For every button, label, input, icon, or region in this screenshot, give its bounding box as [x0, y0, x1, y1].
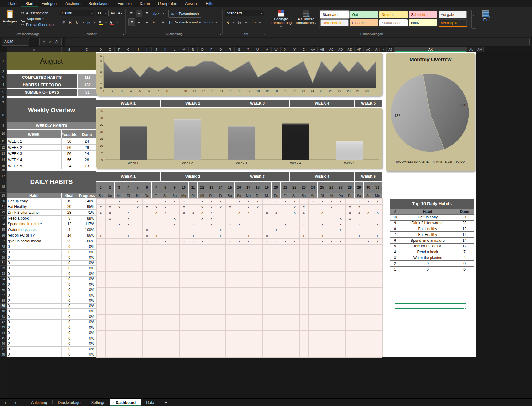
habit-name-cell[interactable]: Read a book	[7, 216, 62, 221]
habit-goal-cell[interactable]: 0	[62, 352, 77, 357]
row-header-4[interactable]: 4	[0, 81, 7, 89]
fill-handle[interactable]	[464, 307, 467, 310]
habit-name-cell[interactable]: 0	[7, 314, 62, 320]
habit-goal-cell[interactable]: 14	[62, 233, 77, 239]
row-header-34[interactable]: 34	[0, 277, 7, 282]
menu-item-formeln[interactable]: Formeln	[113, 0, 136, 7]
habit-mark-cell[interactable]: x	[96, 238, 105, 244]
habit-mark-cell[interactable]: x	[318, 238, 327, 244]
column-header-c[interactable]: C	[77, 47, 96, 52]
font-size-select[interactable]: 11▾	[96, 10, 109, 16]
habit-name-cell[interactable]: 0	[7, 341, 62, 347]
column-header-al[interactable]: AL	[467, 47, 476, 52]
habit-mark-cell[interactable]: x	[355, 198, 364, 204]
cell-style-neutral[interactable]: Neutral	[379, 11, 408, 18]
menu-item-datei[interactable]: Datei	[4, 0, 21, 7]
habit-mark-cell[interactable]: x	[179, 204, 189, 210]
weekly-row-done[interactable]: 24	[77, 138, 96, 145]
habit-mark-cell[interactable]: x	[225, 204, 235, 210]
habit-mark-cell[interactable]: x	[216, 198, 225, 204]
habit-mark-cell[interactable]: x	[272, 227, 281, 233]
active-cell-selection[interactable]	[395, 303, 466, 309]
habit-progress-cell[interactable]: 0%	[77, 341, 96, 347]
habit-mark-cell[interactable]: x	[336, 221, 345, 227]
top10-habit-cell[interactable]: Spend time in nature	[400, 237, 455, 243]
habit-goal-cell[interactable]: 0	[62, 277, 77, 282]
formula-input[interactable]	[65, 38, 530, 46]
habit-mark-cell[interactable]: x	[281, 221, 290, 227]
borders-button[interactable]: ⊞	[86, 19, 92, 26]
top10-habit-cell[interactable]: Eat Healthy	[400, 226, 455, 232]
habit-name-cell[interactable]: Spend time in nature	[7, 221, 62, 227]
weekly-row-done[interactable]: 24	[77, 151, 96, 157]
habit-mark-cell[interactable]: x	[364, 198, 373, 204]
align-right-icon[interactable]: ≡	[144, 18, 150, 25]
cancel-icon[interactable]: ×	[43, 40, 45, 44]
top10-rank-cell[interactable]: 7	[390, 232, 400, 237]
habit-mark-cell[interactable]: x	[161, 238, 170, 244]
habit-mark-cell[interactable]: x	[364, 210, 373, 216]
weekly-row-possible[interactable]: 56	[62, 145, 77, 151]
sheet-tab-settings[interactable]: Settings	[86, 399, 110, 406]
merge-center-button[interactable]: ⇔Verbinden und zentrieren▾	[168, 19, 219, 26]
habit-progress-cell[interactable]: 0%	[77, 347, 96, 352]
row-header-35[interactable]: 35	[0, 282, 7, 288]
habit-goal-cell[interactable]: 0	[62, 347, 77, 352]
weekly-row-label[interactable]: WEEK 1	[7, 138, 62, 145]
habit-mark-cell[interactable]: x	[152, 204, 161, 210]
currency-icon[interactable]: €	[225, 19, 231, 26]
top10-habit-cell[interactable]: 0	[400, 261, 455, 266]
column-header-x[interactable]: X	[281, 47, 290, 52]
habit-mark-cell[interactable]: x	[244, 210, 253, 216]
habit-mark-cell[interactable]: x	[216, 204, 225, 210]
habit-mark-cell[interactable]: x	[327, 198, 336, 204]
habit-goal-cell[interactable]: 15	[62, 198, 77, 204]
row-header-31[interactable]: 31	[0, 261, 7, 266]
habit-goal-cell[interactable]: 0	[62, 325, 77, 331]
habit-goal-cell[interactable]: 0	[62, 304, 77, 309]
weekly-row-possible[interactable]: 56	[62, 138, 77, 145]
habit-mark-cell[interactable]: x	[96, 221, 105, 227]
row-header-3[interactable]: 3	[0, 74, 7, 81]
habit-name-cell[interactable]: 0	[7, 282, 62, 288]
row-header-36[interactable]: 36	[0, 287, 7, 293]
habit-mark-cell[interactable]: x	[225, 238, 235, 244]
habit-name-cell[interactable]: 0	[7, 325, 62, 331]
habit-name-cell[interactable]: 0	[7, 330, 62, 336]
habit-mark-cell[interactable]: x	[262, 238, 272, 244]
row-header-13[interactable]: 13	[0, 151, 7, 157]
column-header-z[interactable]: Z	[299, 47, 308, 52]
top10-rank-cell[interactable]: 1	[390, 266, 400, 272]
row-header-33[interactable]: 33	[0, 271, 7, 277]
column-header-k[interactable]: K	[161, 47, 170, 52]
top10-habit-cell[interactable]: Drink 2 Liter warher	[400, 220, 455, 226]
row-header-23[interactable]: 23	[0, 216, 7, 221]
monthly-pie-chart[interactable]: Monthly Overfew 116 132 COMPLETED HABITS…	[386, 53, 475, 171]
column-header-q[interactable]: Q	[216, 47, 225, 52]
column-header-ai[interactable]: AI	[382, 47, 387, 52]
habit-mark-cell[interactable]: x	[318, 221, 327, 227]
chevron-down-icon[interactable]: ▾	[231, 19, 237, 26]
habit-name-cell[interactable]: 0	[7, 347, 62, 352]
habit-progress-cell[interactable]: 0%	[77, 314, 96, 320]
row-header-8[interactable]: 8	[0, 108, 7, 122]
column-header-j[interactable]: J	[152, 47, 161, 52]
habit-mark-cell[interactable]: x	[105, 216, 115, 221]
column-header-w[interactable]: W	[272, 47, 281, 52]
weekly-row-possible[interactable]: 56	[62, 151, 77, 157]
cell-style-eingabe[interactable]: Eingabe	[350, 19, 378, 26]
decrease-decimal-icon[interactable]: .00→	[258, 19, 265, 26]
habit-name-cell[interactable]: Water the plantes	[7, 227, 62, 233]
habit-mark-cell[interactable]: x	[179, 210, 189, 216]
number-format-select[interactable]: Standard▾	[225, 10, 264, 16]
cell-style-standard[interactable]: Standard	[320, 11, 349, 18]
habit-progress-cell[interactable]: 0%	[77, 352, 96, 357]
row-header-1[interactable]: 1	[0, 52, 7, 70]
habit-mark-cell[interactable]: x	[115, 198, 124, 204]
habit-name-cell[interactable]: 0	[7, 277, 62, 282]
bold-button[interactable]: F	[61, 19, 67, 26]
column-header-aa[interactable]: AA	[308, 47, 318, 52]
habit-mark-cell[interactable]: x	[290, 198, 299, 204]
habit-goal-cell[interactable]: 0	[62, 314, 77, 320]
menu-item-zeichnen[interactable]: Zeichnen	[61, 0, 84, 7]
